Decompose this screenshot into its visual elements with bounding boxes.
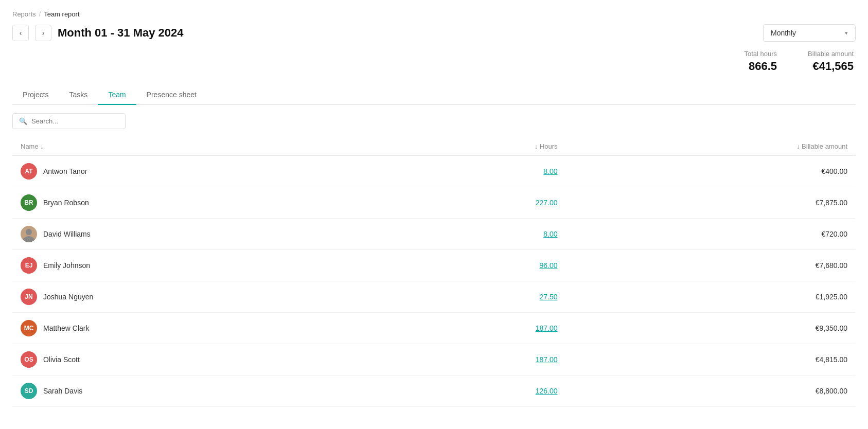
- table-row: JNJoshua Nguyen27.50€1,925.00: [12, 281, 856, 313]
- hours-cell[interactable]: 187.00: [396, 313, 565, 344]
- hours-value[interactable]: 227.00: [536, 199, 558, 207]
- billable-cell: €4,815.00: [566, 344, 856, 376]
- next-button[interactable]: ›: [35, 25, 51, 41]
- billable-cell: €400.00: [566, 156, 856, 187]
- svg-point-0: [26, 229, 32, 235]
- hours-cell[interactable]: 187.00: [396, 344, 565, 376]
- billable-cell: €7,875.00: [566, 187, 856, 219]
- person-name: David Williams: [43, 230, 91, 238]
- avatar: SD: [21, 383, 37, 399]
- tab-presence[interactable]: Presence sheet: [136, 85, 207, 105]
- table-body: ATAntwon Tanor8.00€400.00BRBryan Robson2…: [12, 156, 856, 407]
- name-cell-inner: David Williams: [21, 226, 387, 242]
- table-row: SDSarah Davis126.00€8,800.00: [12, 376, 856, 407]
- billable-cell: €1,925.00: [566, 281, 856, 313]
- name-cell-inner: OSOlivia Scott: [21, 351, 387, 368]
- table-row: ATAntwon Tanor8.00€400.00: [12, 156, 856, 187]
- person-name: Emily Johnson: [43, 261, 90, 270]
- hours-value[interactable]: 126.00: [536, 387, 558, 395]
- total-hours-label: Total hours: [745, 50, 777, 58]
- hours-value[interactable]: 96.00: [540, 261, 558, 270]
- hours-value[interactable]: 187.00: [536, 324, 558, 332]
- search-input[interactable]: [31, 117, 119, 125]
- total-hours-block: Total hours 866.5: [745, 50, 777, 73]
- name-cell-inner: EJEmily Johnson: [21, 257, 387, 274]
- col-header-name: Name ↓: [12, 137, 396, 156]
- name-cell: MCMatthew Clark: [12, 313, 396, 344]
- name-cell: JNJoshua Nguyen: [12, 281, 396, 313]
- billable-amount-block: Billable amount €41,565: [808, 50, 854, 73]
- table-header: Name ↓ ↓ Hours ↓ Billable amount: [12, 137, 856, 156]
- table-row: MCMatthew Clark187.00€9,350.00: [12, 313, 856, 344]
- chevron-down-icon: ▾: [845, 30, 848, 37]
- page: Reports / Team report ‹ › Month 01 - 31 …: [0, 0, 868, 429]
- header-left: ‹ › Month 01 - 31 May 2024: [12, 25, 184, 41]
- person-name: Joshua Nguyen: [43, 293, 93, 301]
- header-row: ‹ › Month 01 - 31 May 2024 Monthly ▾: [12, 24, 856, 42]
- table-row: OSOlivia Scott187.00€4,815.00: [12, 344, 856, 376]
- avatar: JN: [21, 289, 37, 305]
- total-hours-value: 866.5: [745, 60, 777, 73]
- name-cell: EJEmily Johnson: [12, 250, 396, 281]
- tab-projects[interactable]: Projects: [12, 85, 59, 105]
- breadcrumb-parent[interactable]: Reports: [12, 10, 36, 18]
- hours-cell[interactable]: 96.00: [396, 250, 565, 281]
- hours-value[interactable]: 8.00: [543, 230, 557, 238]
- billable-cell: €8,800.00: [566, 376, 856, 407]
- name-cell-inner: SDSarah Davis: [21, 383, 387, 399]
- hours-cell[interactable]: 8.00: [396, 156, 565, 187]
- billable-cell: €9,350.00: [566, 313, 856, 344]
- billable-cell: €7,680.00: [566, 250, 856, 281]
- name-cell: SDSarah Davis: [12, 376, 396, 407]
- period-selector[interactable]: Monthly ▾: [763, 24, 856, 42]
- avatar: OS: [21, 351, 37, 368]
- table-row: BRBryan Robson227.00€7,875.00: [12, 187, 856, 219]
- hours-value[interactable]: 8.00: [543, 167, 557, 175]
- billable-cell: €720.00: [566, 219, 856, 250]
- person-name: Matthew Clark: [43, 324, 89, 332]
- billable-amount-label: Billable amount: [808, 50, 854, 58]
- tabs: Projects Tasks Team Presence sheet: [12, 85, 856, 105]
- breadcrumb: Reports / Team report: [12, 10, 856, 18]
- col-header-hours: ↓ Hours: [396, 137, 565, 156]
- person-name: Antwon Tanor: [43, 167, 87, 175]
- avatar: EJ: [21, 257, 37, 274]
- name-cell-inner: JNJoshua Nguyen: [21, 289, 387, 305]
- hours-value[interactable]: 27.50: [540, 293, 558, 301]
- avatar: [21, 226, 37, 242]
- name-cell: OSOlivia Scott: [12, 344, 396, 376]
- person-name: Sarah Davis: [43, 387, 82, 395]
- col-header-billable: ↓ Billable amount: [566, 137, 856, 156]
- avatar: AT: [21, 163, 37, 180]
- breadcrumb-current: Team report: [44, 10, 79, 18]
- name-cell: BRBryan Robson: [12, 187, 396, 219]
- table-row: David Williams8.00€720.00: [12, 219, 856, 250]
- hours-cell[interactable]: 126.00: [396, 376, 565, 407]
- hours-value[interactable]: 187.00: [536, 355, 558, 364]
- search-icon: 🔍: [19, 117, 27, 125]
- name-cell-inner: MCMatthew Clark: [21, 320, 387, 336]
- billable-amount-value: €41,565: [808, 60, 854, 73]
- totals-row: Total hours 866.5 Billable amount €41,56…: [12, 50, 856, 73]
- prev-button[interactable]: ‹: [12, 25, 29, 41]
- hours-cell[interactable]: 227.00: [396, 187, 565, 219]
- avatar: MC: [21, 320, 37, 336]
- page-title: Month 01 - 31 May 2024: [58, 26, 184, 40]
- person-name: Bryan Robson: [43, 199, 89, 207]
- name-cell: ATAntwon Tanor: [12, 156, 396, 187]
- svg-point-1: [23, 236, 35, 242]
- person-name: Olivia Scott: [43, 355, 80, 364]
- name-cell: David Williams: [12, 219, 396, 250]
- hours-cell[interactable]: 8.00: [396, 219, 565, 250]
- tab-team[interactable]: Team: [98, 85, 136, 105]
- sort-arrow-name: ↓: [40, 142, 44, 150]
- name-cell-inner: ATAntwon Tanor: [21, 163, 387, 180]
- search-box[interactable]: 🔍: [12, 113, 126, 129]
- name-cell-inner: BRBryan Robson: [21, 194, 387, 211]
- avatar: BR: [21, 194, 37, 211]
- tab-tasks[interactable]: Tasks: [59, 85, 98, 105]
- period-value: Monthly: [771, 29, 796, 37]
- team-table: Name ↓ ↓ Hours ↓ Billable amount ATAntwo…: [12, 137, 856, 407]
- hours-cell[interactable]: 27.50: [396, 281, 565, 313]
- breadcrumb-separator: /: [39, 10, 41, 18]
